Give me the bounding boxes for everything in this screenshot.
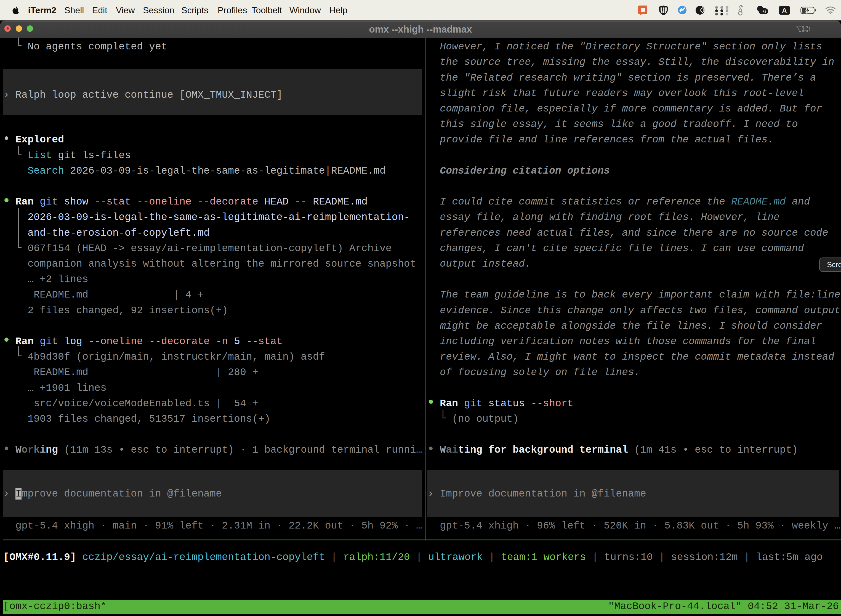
svg-text:..61: ..61 <box>760 10 766 14</box>
svg-text:1: 1 <box>808 26 810 32</box>
